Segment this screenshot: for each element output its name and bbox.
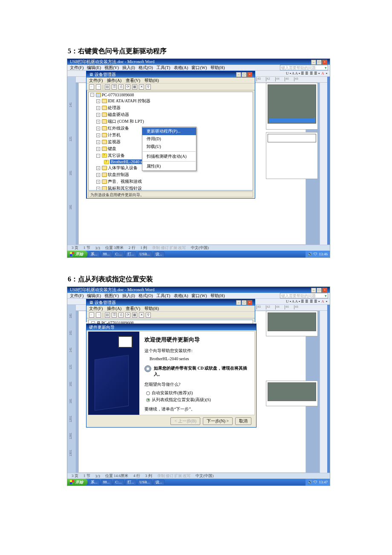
word-window-buttons[interactable]: –□×: [311, 287, 327, 293]
scan-icon[interactable]: ⚲: [146, 312, 151, 318]
start-button[interactable]: 开始: [67, 251, 87, 257]
ctx-uninstall[interactable]: 卸载(U): [142, 143, 196, 150]
menu-help[interactable]: 帮助(H): [210, 65, 225, 71]
print-icon[interactable]: ⎙: [118, 84, 124, 90]
tree-item[interactable]: +鼠标和其它指针设: [96, 185, 253, 191]
dm-menu-help[interactable]: 帮助(H): [144, 78, 159, 84]
dm-menu-view[interactable]: 查看(V): [126, 78, 140, 84]
menu-table[interactable]: 表格(A): [174, 293, 188, 299]
taskbar-item[interactable]: 系...: [89, 251, 100, 257]
wizard-option-auto[interactable]: 自动安装软件(推荐)(I): [146, 390, 249, 396]
ctx-update-driver[interactable]: 更新驱动程序(P)...: [142, 127, 196, 135]
dm-menu-help[interactable]: 帮助(H): [144, 306, 159, 312]
dm-toolbar[interactable]: ← → ▤ ☰ ⎙ ⟳ ▦ ✕ ⚲: [86, 84, 255, 90]
menu-file[interactable]: 文件(F): [70, 65, 84, 71]
dm-menu-file[interactable]: 文件(F): [89, 78, 103, 84]
scan-icon[interactable]: ⚲: [146, 84, 151, 90]
back-icon[interactable]: ←: [89, 312, 94, 318]
taskbar[interactable]: 开始 系... 88... C:... 打... USB... 设... 🔊🛡1…: [67, 479, 330, 486]
wizard-cancel-button[interactable]: 取消: [235, 417, 251, 425]
help-search-box[interactable]: 键入需要帮助的问题▾: [280, 293, 328, 298]
tb-icon[interactable]: ▦: [132, 312, 137, 318]
tree-item[interactable]: +端口 (COM 和 LPT): [96, 118, 253, 125]
start-button[interactable]: 开始: [67, 479, 87, 486]
taskbar-item[interactable]: C:...: [113, 251, 124, 257]
device-manager-window[interactable]: 🖥 设备管理器 –□× 文件(F) 操作(A) 查看(V) 帮助(H) ← → …: [86, 299, 255, 322]
tray-icon[interactable]: 🛡: [314, 480, 317, 484]
menu-window[interactable]: 窗口(W): [191, 293, 207, 299]
dm-menubar[interactable]: 文件(F) 操作(A) 查看(V) 帮助(H): [86, 78, 255, 84]
taskbar-item[interactable]: 88...: [101, 251, 112, 257]
menu-file[interactable]: 文件(F): [70, 293, 84, 299]
tree-item[interactable]: +软盘控制器: [96, 171, 253, 178]
help-go-icon[interactable]: ▾: [325, 65, 327, 70]
help-go-icon[interactable]: ▾: [325, 293, 327, 298]
tb-icon[interactable]: ▤: [105, 312, 110, 318]
menu-edit[interactable]: 编辑(E): [87, 293, 101, 299]
tb-icon[interactable]: ☰: [112, 84, 117, 90]
dm-toolbar[interactable]: ← → ▤ ☰ ⎙ ⟳ ▦ ✕ ⚲: [86, 312, 255, 318]
word-window-buttons[interactable]: –□×: [311, 59, 327, 65]
taskbar-item[interactable]: 打...: [125, 480, 136, 485]
formatting-group[interactable]: U ▪ A A ▪ ≣ ≣ ≣ ≣ ▪ A ▪: [286, 71, 327, 75]
dm-window-buttons[interactable]: –□×: [236, 300, 252, 305]
wizard-option-list[interactable]: 从列表或指定位置安装(高级)(S): [146, 397, 249, 403]
taskbar-item[interactable]: 88...: [101, 480, 112, 485]
taskbar-item[interactable]: 设...: [153, 251, 164, 257]
tb-icon[interactable]: ☰: [112, 312, 117, 318]
taskbar-item[interactable]: 设...: [153, 480, 164, 485]
dm-window-buttons[interactable]: –□×: [236, 72, 252, 77]
tree-item[interactable]: +处理器: [96, 104, 253, 111]
taskbar[interactable]: 开始 系... 88... C:... 打... USB... 设... 🔊🛡1…: [67, 251, 330, 257]
tray-icon[interactable]: 🔊: [308, 480, 312, 484]
print-icon[interactable]: ⎙: [118, 312, 124, 318]
tb-icon[interactable]: ✕: [139, 312, 144, 318]
tree-item[interactable]: +声音、视频和游戏: [96, 178, 253, 185]
menu-insert[interactable]: 插入(I): [122, 65, 135, 71]
word-scrollbar[interactable]: [320, 83, 327, 245]
taskbar-item[interactable]: USB...: [138, 480, 152, 485]
tb-icon[interactable]: ▦: [132, 84, 137, 90]
hardware-update-wizard[interactable]: 硬件更新向导 欢迎使用硬件更新向导 这个向导帮助您安装软件: BrotherHL…: [86, 324, 257, 428]
menu-table[interactable]: 表格(A): [174, 65, 188, 71]
system-tray[interactable]: 🔊🛡13:46: [306, 251, 330, 257]
context-menu[interactable]: 更新驱动程序(P)... 停用(D) 卸载(U) 扫描检测硬件改动(A) 属性(…: [142, 127, 196, 171]
menu-view[interactable]: 视图(V): [104, 293, 119, 299]
dm-menu-file[interactable]: 文件(F): [89, 306, 103, 312]
formatting-group[interactable]: U ▪ A A ▪ ≣ ≣ ≣ ≣ ▪ A ▪: [286, 299, 327, 304]
dm-menu-action[interactable]: 操作(A): [107, 78, 121, 84]
word-scrollbar[interactable]: [320, 311, 327, 473]
tb-icon[interactable]: ▤: [105, 84, 110, 90]
system-tray[interactable]: 🔊🛡13:47: [306, 479, 330, 486]
tree-item[interactable]: +IDE ATA/ATAPI 控制器: [96, 98, 253, 104]
radio-icon[interactable]: [146, 391, 150, 395]
tree-root[interactable]: −PC-077031889608: [90, 92, 253, 98]
menu-format[interactable]: 格式(O): [138, 293, 153, 299]
back-icon[interactable]: ←: [89, 84, 94, 90]
menu-window[interactable]: 窗口(W): [191, 65, 207, 71]
dm-menubar[interactable]: 文件(F) 操作(A) 查看(V) 帮助(H): [86, 306, 255, 312]
ctx-disable[interactable]: 停用(D): [142, 135, 196, 143]
refresh-icon[interactable]: ⟳: [125, 84, 130, 90]
tray-icon[interactable]: 🛡: [314, 252, 317, 256]
help-search-box[interactable]: 键入需要帮助的问题▾: [280, 65, 328, 70]
taskbar-item[interactable]: 打...: [125, 251, 136, 257]
tray-icon[interactable]: 🔊: [308, 252, 312, 256]
tb-icon[interactable]: ✕: [139, 84, 144, 90]
ctx-scan[interactable]: 扫描检测硬件改动(A): [142, 153, 196, 160]
menu-insert[interactable]: 插入(I): [122, 293, 135, 299]
menu-help[interactable]: 帮助(H): [210, 293, 225, 299]
menu-tools[interactable]: 工具(T): [156, 293, 170, 299]
dm-menu-action[interactable]: 操作(A): [107, 306, 121, 312]
fwd-icon[interactable]: →: [96, 312, 101, 318]
taskbar-item[interactable]: 系...: [89, 480, 100, 485]
wizard-next-button[interactable]: 下一步(N) >: [203, 417, 233, 425]
dm-menu-view[interactable]: 查看(V): [126, 306, 140, 312]
menu-tools[interactable]: 工具(T): [156, 65, 170, 71]
menu-edit[interactable]: 编辑(E): [87, 65, 101, 71]
fwd-icon[interactable]: →: [96, 84, 101, 90]
menu-view[interactable]: 视图(V): [104, 65, 119, 71]
taskbar-item[interactable]: C:...: [113, 480, 124, 485]
ctx-properties[interactable]: 属性(R): [142, 162, 196, 170]
refresh-icon[interactable]: ⟳: [125, 312, 130, 318]
